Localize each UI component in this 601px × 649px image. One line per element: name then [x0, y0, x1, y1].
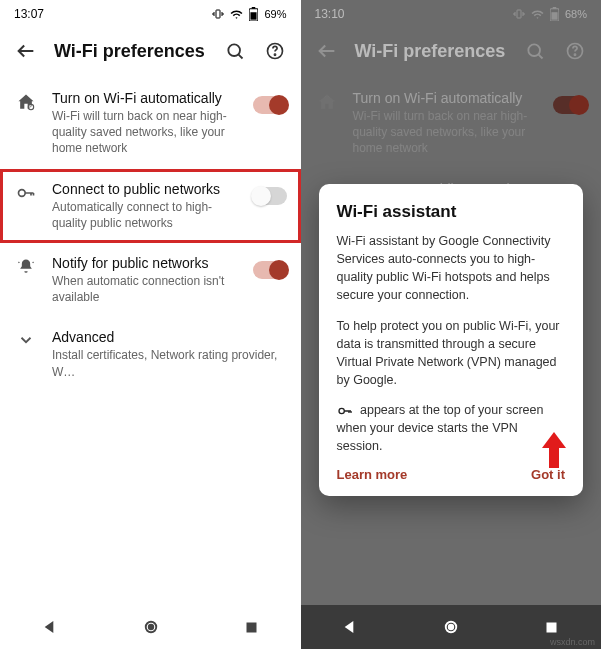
svg-point-4: [228, 44, 240, 56]
wifi-icon: [230, 8, 243, 21]
settings-list: Turn on Wi-Fi automatically Wi-Fi will t…: [0, 74, 301, 605]
help-button[interactable]: [263, 39, 287, 63]
nav-home-icon[interactable]: [142, 618, 160, 636]
row-title: Turn on Wi-Fi automatically: [52, 90, 233, 106]
dialog-p2: To help protect you on public Wi-Fi, you…: [337, 317, 566, 390]
status-battery: 68%: [565, 8, 587, 20]
vpn-key-icon: [337, 403, 353, 419]
nav-home-icon[interactable]: [442, 618, 460, 636]
bell-icon: [16, 257, 36, 277]
got-it-button[interactable]: Got it: [531, 467, 565, 482]
help-button[interactable]: [563, 39, 587, 63]
svg-rect-3: [252, 7, 256, 9]
row-title: Connect to public networks: [52, 181, 233, 197]
phone-left: 13:07 69% Wi-Fi preferences: [0, 0, 301, 649]
svg-rect-15: [553, 7, 557, 9]
row-title: Notify for public networks: [52, 255, 233, 271]
nav-back-icon[interactable]: [42, 619, 58, 635]
battery-icon: [550, 7, 559, 21]
toggle-notify-public[interactable]: [253, 261, 287, 279]
nav-recent-icon[interactable]: [544, 620, 559, 635]
status-icons: 69%: [212, 7, 286, 21]
dialog-p3: appears at the top of your screen when y…: [337, 401, 566, 455]
page-title: Wi-Fi preferences: [54, 41, 207, 62]
search-button[interactable]: [523, 39, 547, 63]
svg-rect-11: [246, 622, 256, 632]
row-subtitle: Install certificates, Network rating pro…: [52, 347, 287, 379]
phone-right: 13:10 68% Wi-Fi preferences: [301, 0, 602, 649]
row-auto-wifi: Turn on Wi-Fi automatically Wi-Fi will t…: [301, 78, 602, 169]
home-icon: [16, 92, 36, 112]
row-title: Advanced: [52, 329, 287, 345]
status-time: 13:10: [315, 7, 345, 21]
key-icon: [16, 183, 36, 203]
row-subtitle: Wi-Fi will turn back on near high-qualit…: [353, 108, 534, 157]
wifi-icon: [531, 8, 544, 21]
app-header: Wi-Fi preferences: [301, 28, 602, 74]
battery-icon: [249, 7, 258, 21]
row-title: Turn on Wi-Fi automatically: [353, 90, 534, 106]
nav-back-icon[interactable]: [342, 619, 358, 635]
dialog-title: Wi-Fi assistant: [337, 202, 566, 222]
svg-rect-0: [216, 10, 220, 18]
row-public-connect[interactable]: Connect to public networks Automatically…: [0, 169, 301, 243]
status-battery: 69%: [264, 8, 286, 20]
status-bar: 13:07 69%: [0, 0, 301, 28]
back-button[interactable]: [14, 39, 38, 63]
row-subtitle: Wi-Fi will turn back on near high-qualit…: [52, 108, 233, 157]
row-subtitle: Automatically connect to high-quality pu…: [52, 199, 233, 231]
nav-recent-icon[interactable]: [244, 620, 259, 635]
watermark: wsxdn.com: [550, 637, 595, 647]
svg-point-7: [28, 104, 33, 109]
status-bar: 13:10 68%: [301, 0, 602, 28]
svg-point-8: [19, 189, 26, 196]
chevron-down-icon: [17, 331, 35, 349]
app-header: Wi-Fi preferences: [0, 28, 301, 74]
status-icons: 68%: [513, 7, 587, 21]
svg-point-6: [274, 54, 275, 55]
svg-point-22: [449, 625, 454, 630]
nav-bar: [0, 605, 301, 649]
svg-rect-23: [547, 622, 557, 632]
svg-point-18: [574, 54, 575, 55]
svg-rect-2: [251, 12, 257, 19]
svg-point-16: [528, 44, 540, 56]
vibrate-icon: [212, 8, 224, 20]
back-button[interactable]: [315, 39, 339, 63]
toggle-auto-wifi: [553, 96, 587, 114]
svg-rect-12: [517, 10, 521, 18]
instruction-arrow-icon: [541, 432, 567, 468]
svg-rect-14: [551, 12, 557, 19]
search-button[interactable]: [223, 39, 247, 63]
row-subtitle: When automatic connection isn't availabl…: [52, 273, 233, 305]
row-auto-wifi[interactable]: Turn on Wi-Fi automatically Wi-Fi will t…: [0, 78, 301, 169]
row-advanced[interactable]: Advanced Install certificates, Network r…: [0, 317, 301, 391]
status-time: 13:07: [14, 7, 44, 21]
page-title: Wi-Fi preferences: [355, 41, 508, 62]
row-notify-public[interactable]: Notify for public networks When automati…: [0, 243, 301, 317]
vibrate-icon: [513, 8, 525, 20]
svg-point-10: [148, 625, 153, 630]
home-icon: [317, 92, 337, 112]
toggle-public-connect[interactable]: [253, 187, 287, 205]
dialog-p1: Wi-Fi assistant by Google Connectivity S…: [337, 232, 566, 305]
svg-point-20: [339, 408, 344, 413]
toggle-auto-wifi[interactable]: [253, 96, 287, 114]
learn-more-button[interactable]: Learn more: [337, 467, 408, 482]
